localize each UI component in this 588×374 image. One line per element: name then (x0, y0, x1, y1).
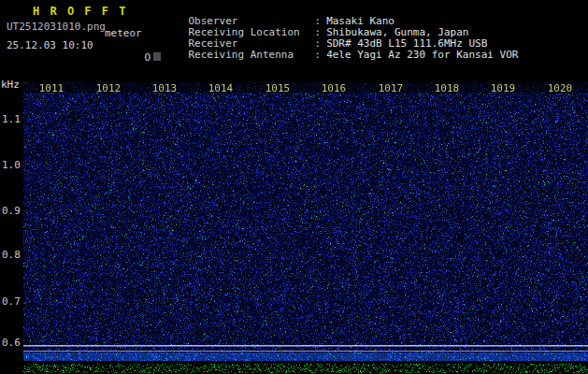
freq-tick-label: 0.6 (2, 338, 21, 348)
time-tick-label: 1020 (545, 82, 575, 94)
time-tick-label: 1018 (432, 82, 462, 94)
hrofft-window: H R O F F T UT2512031010.png meteor 25.1… (0, 0, 588, 374)
time-tick-label: 1017 (376, 82, 406, 94)
status-text: O (120, 39, 161, 76)
spectrogram-canvas (23, 82, 588, 361)
freq-tick-label: 1.0 (2, 160, 21, 170)
freq-tick-label: 0.8 (2, 250, 21, 260)
header-label: Receiving Antenna (189, 50, 315, 61)
header-value: 4ele Yagi Az 230 for Kansai VOR (321, 49, 518, 61)
freq-tick-label: 0.9 (2, 206, 21, 216)
time-tick-label: 1019 (488, 82, 518, 94)
time-tick-label: 1015 (263, 82, 293, 94)
signal-level-canvas (23, 363, 588, 374)
time-tick-label: 1011 (36, 82, 66, 94)
status-char: O (145, 51, 151, 64)
time-tick-label: 1016 (319, 82, 349, 94)
freq-tick-label: 1.1 (2, 114, 21, 124)
freq-tick-label: 0.7 (2, 296, 21, 307)
time-tick-label: 1013 (150, 82, 179, 94)
output-filename: UT2512031010.png (7, 21, 106, 33)
time-tick-label: 1012 (93, 82, 123, 94)
app-title: H R O F F T (33, 5, 127, 18)
header-row-antenna: Receiving Antenna:4ele Yagi Az 230 for K… (164, 38, 518, 72)
cursor-block (153, 52, 161, 61)
y-axis-unit-label: kHz (1, 79, 20, 91)
time-tick-label: 1014 (206, 82, 236, 94)
timestamp: 25.12.03 10:10 (7, 39, 93, 51)
observation-comment: meteor (105, 27, 142, 39)
